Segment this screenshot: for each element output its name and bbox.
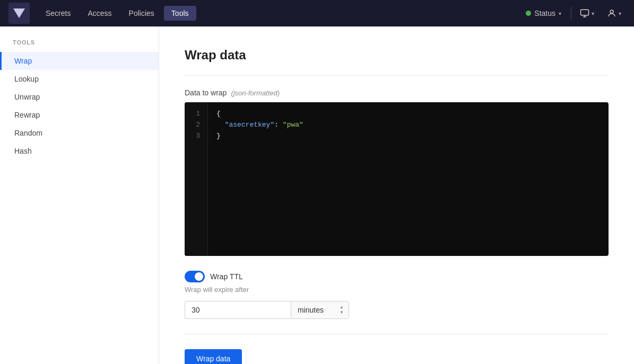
main-layout: TOOLS Wrap Lookup Unwrap Rewrap Random H… — [0, 26, 634, 364]
topnav-links: Secrets Access Policies Tools — [38, 6, 516, 21]
sidebar-item-unwrap[interactable]: Unwrap — [0, 88, 159, 106]
user-chevron-icon: ▾ — [619, 11, 621, 16]
ttl-select-wrapper: seconds minutes hours ▲ ▼ — [291, 301, 349, 319]
code-value: "pwa" — [283, 121, 303, 129]
sidebar-item-rewrap[interactable]: Rewrap — [0, 106, 159, 124]
wrap-ttl-label: Wrap TTL — [210, 272, 243, 281]
topnav-right: Status ▾ ▾ ▾ — [520, 5, 626, 21]
code-editor[interactable]: 1 2 3 { "asecretkey": "pwa" } — [185, 102, 609, 256]
status-chevron-icon: ▾ — [559, 11, 561, 16]
code-brace-open: { — [216, 110, 221, 118]
wrap-ttl-section: Wrap TTL Wrap will expire after seconds … — [185, 271, 609, 319]
sidebar-item-lookup[interactable]: Lookup — [0, 70, 159, 88]
monitor-icon — [580, 8, 589, 18]
sidebar-item-random[interactable]: Random — [0, 124, 159, 142]
status-dot-icon — [526, 11, 531, 16]
status-label: Status — [534, 9, 555, 17]
svg-rect-0 — [581, 10, 589, 15]
svg-point-3 — [610, 10, 613, 13]
code-key: "asecretkey" — [225, 121, 275, 129]
title-divider — [185, 75, 609, 76]
vault-logo[interactable] — [8, 3, 30, 24]
bottom-section: Wrap data — [185, 334, 609, 364]
sidebar-item-hash[interactable]: Hash — [0, 142, 159, 160]
code-sep: : — [274, 121, 283, 129]
line-num-1: 1 — [193, 109, 200, 120]
content-area: Wrap data Data to wrap (json-formatted) … — [159, 26, 634, 364]
nav-access[interactable]: Access — [80, 6, 119, 21]
code-content[interactable]: { "asecretkey": "pwa" } — [208, 102, 609, 256]
line-num-3: 3 — [193, 131, 200, 142]
status-button[interactable]: Status ▾ — [520, 6, 567, 21]
data-to-wrap-label: Data to wrap — [185, 88, 227, 97]
nav-policies[interactable]: Policies — [121, 6, 162, 21]
sidebar: TOOLS Wrap Lookup Unwrap Rewrap Random H… — [0, 26, 159, 364]
sidebar-item-wrap[interactable]: Wrap — [0, 52, 159, 70]
nav-tools[interactable]: Tools — [164, 6, 196, 21]
wrap-data-button[interactable]: Wrap data — [185, 349, 242, 364]
line-num-2: 2 — [193, 120, 200, 131]
monitor-button[interactable]: ▾ — [576, 5, 598, 21]
nav-divider — [571, 7, 571, 20]
ttl-unit-select[interactable]: seconds minutes hours — [291, 301, 349, 319]
monitor-chevron-icon: ▾ — [592, 11, 594, 16]
json-format-hint: (json-formatted) — [231, 89, 280, 97]
user-button[interactable]: ▾ — [603, 5, 626, 21]
page-title: Wrap data — [185, 48, 609, 63]
field-label-row: Data to wrap (json-formatted) — [185, 88, 609, 97]
code-editor-inner: 1 2 3 { "asecretkey": "pwa" } — [185, 102, 609, 256]
user-icon — [607, 8, 616, 18]
ttl-number-input[interactable] — [185, 301, 291, 319]
wrap-ttl-toggle[interactable] — [185, 271, 205, 282]
code-brace-close: } — [216, 132, 221, 140]
sidebar-section-label: TOOLS — [0, 39, 159, 52]
topnav: Secrets Access Policies Tools Status ▾ ▾… — [0, 0, 634, 26]
ttl-inputs: seconds minutes hours ▲ ▼ — [185, 301, 609, 319]
toggle-row: Wrap TTL — [185, 271, 609, 282]
ttl-sub-label: Wrap will expire after — [185, 286, 609, 294]
vault-triangle-icon — [13, 8, 25, 18]
line-numbers: 1 2 3 — [185, 102, 208, 256]
nav-secrets[interactable]: Secrets — [38, 6, 78, 21]
